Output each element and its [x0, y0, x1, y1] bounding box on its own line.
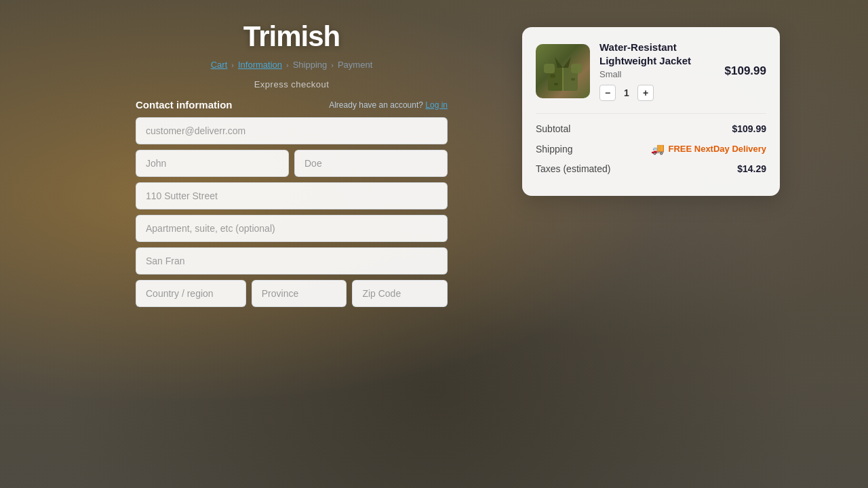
breadcrumb-information[interactable]: Information — [238, 60, 282, 70]
section-title: Contact information — [136, 99, 233, 110]
order-summary-panel: Water-Resistant Lightweight Jacket Small… — [522, 27, 780, 196]
express-checkout-label: Express checkout — [254, 79, 330, 89]
product-image — [536, 44, 590, 98]
product-variant: Small — [599, 69, 715, 79]
product-name: Water-Resistant Lightweight Jacket — [599, 41, 715, 67]
svg-marker-3 — [563, 57, 571, 68]
store-title: Trimish — [243, 20, 340, 53]
city-field[interactable] — [136, 247, 448, 274]
taxes-value: $14.29 — [737, 163, 766, 174]
shipping-badge: 🚚 FREE NextDay Delivery — [651, 142, 766, 155]
section-header: Contact information Already have an acco… — [136, 99, 448, 110]
summary-card: Water-Resistant Lightweight Jacket Small… — [522, 27, 780, 196]
shipping-value: FREE NextDay Delivery — [668, 144, 766, 154]
subtotal-line: Subtotal $109.99 — [536, 123, 766, 134]
name-row — [136, 150, 448, 177]
checkout-form-area: Trimish Cart › Information › Shipping › … — [61, 20, 522, 312]
contact-form-section: Contact information Already have an acco… — [136, 99, 448, 312]
last-name-field[interactable] — [294, 150, 448, 177]
quantity-increase-button[interactable]: + — [637, 85, 654, 101]
location-row — [136, 280, 448, 307]
first-name-field[interactable] — [136, 150, 289, 177]
address-row — [136, 182, 448, 209]
product-info: Water-Resistant Lightweight Jacket Small… — [599, 41, 715, 101]
svg-point-7 — [550, 74, 555, 78]
login-prompt: Already have an account? Log in — [329, 100, 448, 110]
apt-row — [136, 215, 448, 242]
product-row: Water-Resistant Lightweight Jacket Small… — [536, 41, 766, 101]
email-row — [136, 117, 448, 144]
svg-rect-5 — [571, 64, 582, 73]
subtotal-value: $109.99 — [732, 123, 766, 134]
jacket-svg — [542, 49, 583, 93]
address-field[interactable] — [136, 182, 448, 209]
already-account-text: Already have an account? — [329, 100, 423, 110]
province-field[interactable] — [252, 280, 347, 307]
city-row — [136, 247, 448, 274]
page-content: Trimish Cart › Information › Shipping › … — [0, 0, 868, 488]
shipping-label: Shipping — [536, 144, 573, 155]
quantity-value: 1 — [621, 87, 632, 98]
taxes-label: Taxes (estimated) — [536, 163, 610, 174]
apt-field[interactable] — [136, 215, 448, 242]
breadcrumb-sep-3: › — [331, 61, 334, 69]
truck-icon: 🚚 — [651, 142, 665, 155]
breadcrumb-sep-1: › — [231, 61, 234, 69]
breadcrumb: Cart › Information › Shipping › Payment — [211, 60, 373, 70]
svg-marker-2 — [555, 57, 563, 68]
breadcrumb-shipping: Shipping — [293, 60, 328, 70]
country-field[interactable] — [136, 280, 246, 307]
quantity-control: − 1 + — [599, 85, 715, 101]
login-link[interactable]: Log in — [425, 100, 448, 110]
subtotal-label: Subtotal — [536, 123, 570, 134]
product-price: $109.99 — [725, 64, 766, 78]
svg-rect-4 — [544, 64, 555, 73]
breadcrumb-sep-2: › — [286, 61, 289, 69]
taxes-line: Taxes (estimated) $14.29 — [536, 163, 766, 174]
email-field[interactable] — [136, 117, 448, 144]
zip-field[interactable] — [352, 280, 448, 307]
shipping-line: Shipping 🚚 FREE NextDay Delivery — [536, 142, 766, 155]
breadcrumb-payment: Payment — [338, 60, 372, 70]
svg-point-9 — [554, 83, 558, 85]
breadcrumb-cart[interactable]: Cart — [211, 60, 228, 70]
svg-point-8 — [571, 78, 575, 81]
divider-1 — [536, 113, 766, 114]
quantity-decrease-button[interactable]: − — [599, 85, 616, 101]
